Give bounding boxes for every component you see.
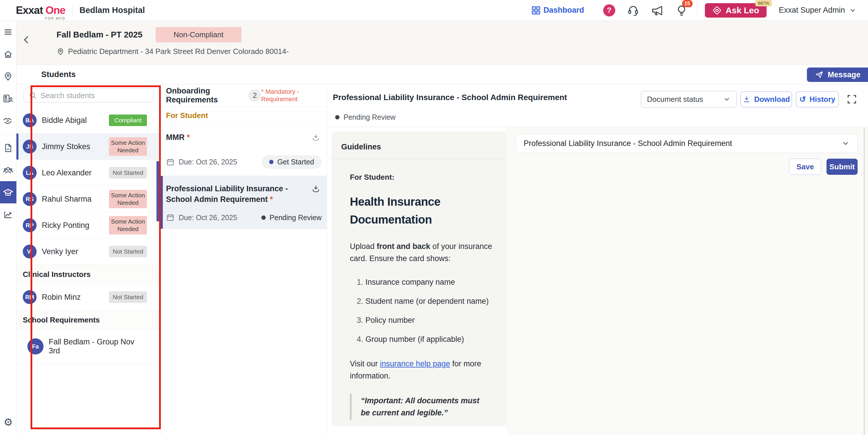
students-panel: BA Biddle Abigal Compliant JS Jimmy Stok… bbox=[17, 84, 161, 435]
instructor-name: Robin Minz bbox=[42, 293, 81, 302]
student-row-biddle-abigal[interactable]: BA Biddle Abigal Compliant bbox=[17, 107, 161, 134]
avatar: RM bbox=[23, 290, 37, 304]
sidebar-item-analytics[interactable] bbox=[0, 203, 17, 226]
guidelines-intro: Upload front and back of your insurance … bbox=[350, 240, 493, 265]
guidelines-body: For Student: Health Insurance Documentat… bbox=[332, 159, 506, 426]
chevron-left-icon bbox=[22, 35, 32, 45]
announcements-megaphone-icon[interactable] bbox=[651, 4, 664, 17]
requirement-footer: Due: Oct 26, 2025 Pending Review bbox=[166, 213, 321, 222]
guidelines-audience: For Student: bbox=[350, 171, 493, 183]
sidebar-item-cohorts[interactable] bbox=[0, 159, 17, 181]
group-label-for-student: For Student bbox=[161, 107, 327, 125]
sidebar-item-documents[interactable] bbox=[0, 137, 17, 159]
requirement-item-mmr[interactable]: MMR * Due: Oct 26, 2025 Get Started bbox=[161, 125, 327, 176]
submit-button[interactable]: Submit bbox=[827, 158, 858, 175]
help-icon[interactable]: ? bbox=[603, 4, 615, 17]
sidebar-item-contacts[interactable] bbox=[0, 87, 17, 110]
avatar: LA bbox=[23, 166, 37, 180]
guidelines-visit-line: Visit our insurance help page for more i… bbox=[350, 358, 493, 382]
sidebar-item-education-active[interactable] bbox=[0, 181, 17, 203]
student-row-ricky-ponting[interactable]: RP Ricky Ponting Some Action Needed bbox=[17, 212, 161, 238]
sidebar-item-home[interactable] bbox=[0, 43, 17, 65]
requirement-status-get-started[interactable]: Get Started bbox=[262, 155, 321, 169]
student-row-jimmy-stokes[interactable]: JS Jimmy Stokes Some Action Needed bbox=[17, 134, 161, 160]
student-row-venky-iyer[interactable]: VI Venky Iyer Not Started bbox=[17, 238, 161, 265]
topbar-right: Dashboard ? bbox=[531, 3, 857, 18]
student-name: Rahul Sharma bbox=[42, 195, 92, 204]
avatar: BA bbox=[23, 113, 37, 127]
hamburger-icon bbox=[3, 27, 13, 37]
students-scrollbar-thumb[interactable] bbox=[156, 161, 159, 222]
ask-leo-label: Ask Leo bbox=[726, 5, 760, 15]
due-date: Due: Oct 26, 2025 bbox=[179, 158, 237, 166]
history-button[interactable]: ↺ History bbox=[796, 91, 839, 107]
avatar: Fa bbox=[27, 338, 43, 354]
download-button[interactable]: Download bbox=[741, 91, 792, 107]
dashboard-label: Dashboard bbox=[544, 6, 584, 15]
sidebar-item-partnerships[interactable] bbox=[0, 110, 17, 132]
back-button[interactable] bbox=[22, 35, 32, 45]
status-dot bbox=[335, 115, 339, 119]
student-row-leo-alexander[interactable]: LA Leo Alexander Not Started bbox=[17, 160, 161, 186]
chart-line-icon bbox=[3, 210, 13, 220]
fullscreen-expand-icon[interactable] bbox=[846, 94, 857, 105]
page-scrollbar[interactable] bbox=[864, 128, 865, 435]
requirement-item-professional-liability[interactable]: Professional Liability Insurance - Schoo… bbox=[161, 176, 327, 229]
list-item: Group number (if applicable) bbox=[365, 334, 493, 346]
ask-leo-button[interactable]: Ask Leo BETA bbox=[705, 3, 767, 18]
sidebar-item-locations[interactable] bbox=[0, 65, 17, 87]
support-headset-icon[interactable] bbox=[627, 4, 640, 17]
whats-new-bulb-icon[interactable]: 15 bbox=[675, 4, 688, 17]
save-button[interactable]: Save bbox=[789, 158, 821, 175]
page-header: Fall Bedlam - PT 2025 Non-Compliant Pedi… bbox=[17, 21, 868, 65]
student-row-rahul-sharma[interactable]: RS Rahul Sharma Some Action Needed bbox=[17, 186, 161, 212]
page-header-body: Fall Bedlam - PT 2025 Non-Compliant Pedi… bbox=[57, 27, 289, 56]
people-group-icon bbox=[3, 165, 13, 176]
requirement-accordion[interactable]: Professional Liability Insurance - Schoo… bbox=[516, 134, 858, 153]
action-buttons: Save Submit bbox=[789, 158, 858, 175]
avatar: RP bbox=[23, 219, 37, 232]
accordion-title: Professional Liability Insurance - Schoo… bbox=[524, 139, 732, 148]
id-card-people-icon bbox=[3, 93, 13, 104]
mandatory-asterisk: * bbox=[270, 195, 273, 204]
requirement-status-pending-review: Pending Review bbox=[261, 213, 321, 222]
org-name: Bedlam Hospital bbox=[80, 5, 145, 15]
user-menu[interactable]: Exxat Super Admin bbox=[779, 6, 857, 15]
topbar-separator bbox=[697, 4, 698, 17]
chevron-down-icon bbox=[723, 95, 731, 103]
group-name: Fall Bedlam - Group Nov 3rd bbox=[49, 338, 147, 355]
sidebar-menu-toggle[interactable] bbox=[0, 21, 17, 43]
insurance-help-page-link[interactable]: insurance help page bbox=[380, 359, 450, 368]
status-dot bbox=[269, 160, 274, 164]
detail-title: Professional Liability Insurance - Schoo… bbox=[333, 93, 567, 102]
status-badge: Some Action Needed bbox=[109, 137, 147, 156]
message-button[interactable]: Message bbox=[807, 67, 868, 82]
due-date: Due: Oct 26, 2025 bbox=[179, 213, 237, 222]
instructor-row-robin-minz[interactable]: RM Robin Minz Not Started bbox=[17, 284, 161, 310]
notification-count-badge: 15 bbox=[682, 0, 692, 7]
location-row: Pediatric Department - 34 Park Street Rd… bbox=[57, 47, 289, 56]
sidebar-divider bbox=[0, 134, 17, 135]
student-search bbox=[24, 89, 153, 103]
topbar-divider bbox=[72, 5, 73, 16]
search-students-input[interactable] bbox=[41, 91, 144, 100]
download-requirement-icon[interactable] bbox=[311, 184, 320, 194]
exxat-one-logo[interactable]: Exxat One FOR WFD bbox=[16, 4, 65, 17]
history-icon: ↺ bbox=[799, 95, 806, 104]
search-icon bbox=[29, 91, 37, 100]
user-menu-label: Exxat Super Admin bbox=[779, 6, 845, 15]
download-requirement-icon[interactable] bbox=[311, 133, 320, 143]
document-status-select[interactable]: Document status bbox=[641, 91, 737, 108]
settings-gear-icon[interactable]: ⚙ bbox=[0, 414, 17, 431]
group-row-fall-bedlam[interactable]: Fa Fall Bedlam - Group Nov 3rd bbox=[17, 330, 161, 364]
requirement-name: MMR * bbox=[166, 132, 296, 143]
chevron-down-icon bbox=[849, 7, 857, 14]
document-icon bbox=[3, 143, 13, 153]
logo-text-exxat: Exxat bbox=[16, 4, 43, 17]
dashboard-link[interactable]: Dashboard bbox=[531, 6, 584, 15]
status-badge: Some Action Needed bbox=[109, 216, 147, 235]
students-list: BA Biddle Abigal Compliant JS Jimmy Stok… bbox=[17, 107, 161, 364]
list-item: Policy number bbox=[365, 314, 493, 326]
students-panel-title: Students bbox=[41, 70, 76, 79]
avatar: RS bbox=[23, 192, 37, 206]
